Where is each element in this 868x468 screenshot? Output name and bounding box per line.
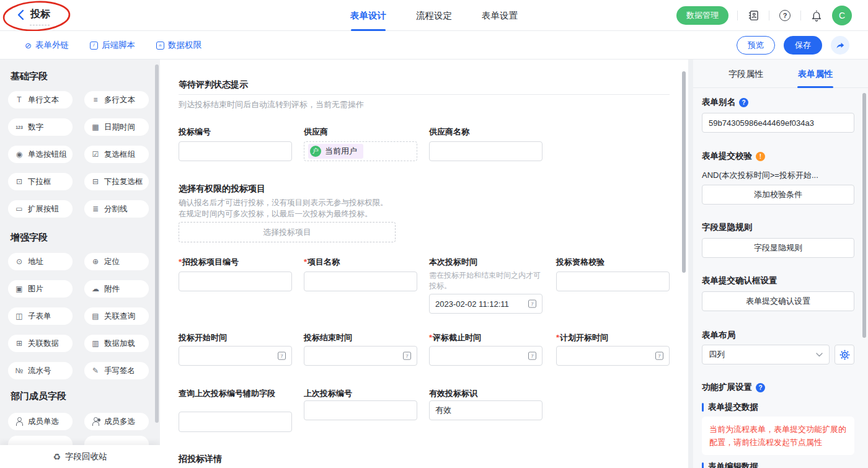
field-type-subform[interactable]: ◫子表单 — [8, 307, 73, 325]
select-bid-project-button[interactable]: 选择投标项目 — [179, 222, 396, 242]
field-type-label: 数据加载 — [104, 338, 135, 349]
help-badge-icon[interactable]: ? — [739, 98, 748, 107]
single-line-text-icon: T — [14, 95, 24, 104]
image-icon: ▣ — [14, 285, 24, 293]
external-link-button[interactable]: ⊘ 表单外链 — [25, 40, 69, 51]
share-button[interactable] — [831, 36, 849, 55]
last-bid-no-input[interactable] — [304, 400, 417, 420]
section-title-enhanced-fields: 增强字段 — [11, 232, 48, 244]
visibility-rules-label: 字段显隐规则 — [702, 222, 752, 233]
valid-flag-input[interactable]: 有效 — [429, 400, 542, 420]
field-type-divider[interactable]: ≣分割线 — [84, 200, 149, 218]
preview-button[interactable]: 预览 — [737, 36, 775, 55]
layout-select[interactable]: 四列 — [702, 345, 830, 364]
field-type-address[interactable]: ⊙地址 — [8, 253, 73, 270]
field-type-serial-number[interactable]: №流水号 — [8, 362, 73, 379]
last-bid-helper-input[interactable] — [179, 412, 292, 432]
data-manage-button[interactable]: 数据管理 — [676, 6, 728, 25]
field-type-attachment[interactable]: ☁附件 — [84, 280, 149, 298]
start-time-label: 投标开始时间 — [179, 332, 227, 343]
form-designer-app: 投标 表单设计 流程设定 表单设置 数据管理 — [0, 0, 868, 468]
tab-form-properties[interactable]: 表单属性 — [798, 60, 833, 88]
field-type-radio-group[interactable]: ◉单选按钮组 — [8, 146, 73, 163]
field-type-data-load[interactable]: ▥数据加载 — [84, 335, 149, 352]
project-section-title: 选择有权限的投标项目 — [179, 182, 265, 195]
supplier-input[interactable]: 户 当前用户 — [304, 141, 417, 161]
field-type-label: 子表单 — [28, 311, 51, 322]
user-avatar[interactable]: C — [832, 6, 852, 25]
project-no-input[interactable] — [179, 272, 292, 291]
section-bar — [702, 403, 704, 412]
review-deadline-input[interactable]: 7 — [429, 346, 542, 366]
tab-label: 流程设定 — [416, 11, 452, 20]
end-time-input[interactable]: 7 — [304, 346, 417, 366]
field-type-multi-select[interactable]: ⊟下拉复选框 — [84, 173, 149, 190]
persons-icon — [91, 417, 100, 426]
label-text: 表单提交校验 — [702, 151, 752, 162]
tab-form-design[interactable]: 表单设计 — [350, 0, 386, 31]
field-recycle-bin[interactable]: ♻ 字段回收站 — [0, 445, 160, 468]
add-condition-button[interactable]: 添加校验条件 — [702, 185, 854, 205]
project-name-input[interactable] — [304, 272, 417, 291]
warning-badge-icon[interactable]: ! — [756, 152, 765, 161]
backend-script-button[interactable]: / 后端脚本 — [90, 40, 135, 51]
open-time-label: 计划开标时间 — [556, 332, 608, 343]
field-type-geolocation[interactable]: ⊕定位 — [84, 253, 149, 270]
section-divider — [179, 94, 670, 95]
field-type-image[interactable]: ▣图片 — [8, 280, 73, 298]
current-user-tag[interactable]: 户 当前用户 — [308, 144, 363, 159]
submit-confirm-button[interactable]: 表单提交确认设置 — [702, 291, 854, 311]
panel-scrollbar[interactable] — [862, 93, 866, 338]
form-alias-input[interactable] — [702, 113, 854, 133]
field-type-multi-line-text[interactable]: ≡多行文本 — [84, 91, 149, 108]
field-type-label: 关联查询 — [104, 311, 135, 322]
field-type-linked-data[interactable]: ⊞关联数据 — [8, 335, 73, 352]
tab-field-properties[interactable]: 字段属性 — [728, 60, 763, 88]
qualification-input[interactable] — [556, 272, 670, 291]
supplier-name-input[interactable] — [429, 141, 542, 161]
bid-time-label: 本次投标时间 — [429, 257, 477, 268]
share-arrow-icon — [835, 40, 845, 50]
valid-flag-value: 有效 — [435, 405, 451, 416]
tab-form-setting[interactable]: 表单设置 — [482, 0, 518, 31]
field-type-signature[interactable]: ✎手写签名 — [84, 362, 149, 379]
link-label: 后端脚本 — [102, 40, 135, 51]
calendar-icon: 7 — [528, 300, 536, 308]
field-type-select[interactable]: ⊡下拉框 — [8, 173, 73, 190]
field-type-checkbox-group[interactable]: ☑复选框组 — [84, 146, 149, 163]
bid-time-input[interactable]: 2023-02-02 11:12:11 7 — [429, 294, 542, 314]
field-type-single-line-text[interactable]: T单行文本 — [8, 91, 73, 108]
recycle-icon: ♻ — [53, 452, 61, 462]
supplier-label: 供应商 — [304, 126, 328, 138]
toolbar-actions: 预览 保存 — [737, 36, 849, 55]
canvas-scrollbar[interactable] — [682, 71, 686, 273]
section-bar — [702, 462, 704, 468]
field-type-number[interactable]: 123数字 — [8, 118, 73, 136]
contacts-book-icon[interactable] — [746, 9, 760, 22]
layout-settings-button[interactable] — [835, 345, 854, 364]
visibility-rules-button[interactable]: 字段显隐规则 — [702, 238, 854, 258]
link-label: 表单外链 — [35, 40, 69, 51]
sidebar-scrollbar[interactable] — [155, 64, 159, 423]
save-button[interactable]: 保存 — [784, 36, 822, 55]
data-permission-button[interactable]: ılı 数据权限 — [156, 40, 202, 51]
divider — [800, 11, 801, 20]
notification-bell-icon[interactable] — [810, 9, 823, 22]
help-icon[interactable]: ? — [778, 9, 792, 22]
field-type-extend-button[interactable]: ▭扩展按钮 — [8, 200, 73, 218]
start-time-input[interactable]: 7 — [179, 346, 292, 366]
tab-flow-setting[interactable]: 流程设定 — [416, 0, 452, 31]
field-type-lookup-query[interactable]: ▤关联查询 — [84, 307, 149, 325]
field-type-label: 成员单选 — [28, 417, 59, 427]
field-type-label: 单行文本 — [28, 95, 59, 105]
bid-no-input[interactable] — [179, 141, 292, 161]
properties-tabs: 字段属性 表单属性 — [693, 60, 868, 88]
detail-section-title: 招投标详情 — [179, 453, 222, 465]
qualification-label: 投标资格校验 — [556, 257, 604, 268]
open-time-input[interactable]: 7 — [556, 346, 670, 366]
help-badge-icon[interactable]: ? — [756, 383, 765, 392]
field-type-member-single[interactable]: 成员单选 — [8, 413, 73, 430]
field-type-member-multi[interactable]: 成员多选 — [84, 413, 149, 430]
field-type-label: 定位 — [104, 257, 120, 267]
field-type-datetime[interactable]: ▦日期时间 — [84, 118, 149, 136]
